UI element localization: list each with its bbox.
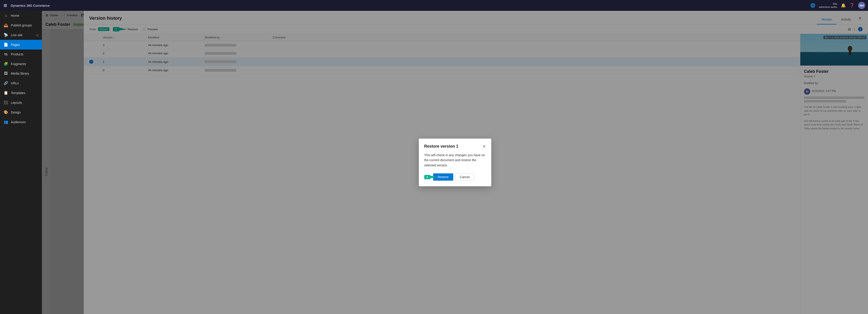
- audiences-icon: 👥: [4, 120, 8, 124]
- sidebar-item-fragments[interactable]: 🧩 Fragments: [0, 59, 42, 69]
- layouts-icon: ⬛: [4, 100, 8, 105]
- design-icon: 🎨: [4, 110, 8, 114]
- sidebar-item-label: URLs: [11, 81, 19, 85]
- avatar[interactable]: NH: [858, 2, 865, 9]
- site-label: Site adventure works: [819, 2, 837, 9]
- annotation-2: 2: [424, 175, 430, 179]
- media-icon: 🖼: [4, 71, 8, 75]
- sidebar-item-label: Templates: [11, 91, 25, 95]
- topbar: ⊞ Dynamics 365 Commerce 🌐 Site adventure…: [0, 0, 868, 11]
- help-icon[interactable]: ❓: [849, 3, 855, 8]
- main-layout: ⌂ Home 📤 Publish groups 📡 Live site ◁ 📄 …: [0, 11, 868, 314]
- home-icon: ⌂: [4, 13, 8, 18]
- pages-icon: 📄: [4, 42, 8, 47]
- sidebar-item-pages[interactable]: 📄 Pages: [0, 40, 42, 49]
- sidebar-item-layouts[interactable]: ⬛ Layouts: [0, 98, 42, 107]
- globe-icon[interactable]: 🌐: [810, 3, 815, 8]
- waffle-icon[interactable]: ⊞: [3, 2, 8, 9]
- modal-close-button[interactable]: ✕: [483, 144, 486, 149]
- live-site-icon: 📡: [4, 33, 8, 37]
- sidebar-item-label: Pages: [11, 43, 20, 46]
- products-icon: 🛍: [4, 52, 8, 56]
- content-area: 🗑 Delete 📄 Preview 💾 Save Caleb Foster P…: [42, 11, 868, 314]
- templates-icon: 📋: [4, 91, 8, 95]
- sidebar: ⌂ Home 📤 Publish groups 📡 Live site ◁ 📄 …: [0, 11, 42, 314]
- modal-body: This will check in any changes you have …: [424, 152, 486, 168]
- sidebar-item-label: Products: [11, 53, 23, 56]
- bell-icon[interactable]: 🔔: [841, 3, 846, 8]
- sidebar-item-label: Publish groups: [11, 24, 32, 27]
- modal-header: Restore version 1 ✕: [424, 144, 486, 149]
- urls-icon: 🔗: [4, 81, 8, 85]
- publish-icon: 📤: [4, 23, 8, 27]
- modal-cancel-button[interactable]: Cancel: [455, 173, 474, 181]
- sidebar-item-label: Media library: [11, 72, 29, 75]
- sidebar-item-media-library[interactable]: 🖼 Media library: [0, 69, 42, 78]
- sidebar-item-label: Layouts: [11, 101, 22, 104]
- sidebar-item-products[interactable]: 🛍 Products: [0, 49, 42, 59]
- sidebar-item-design[interactable]: 🎨 Design: [0, 107, 42, 117]
- sidebar-item-urls[interactable]: 🔗 URLs: [0, 78, 42, 88]
- sidebar-item-label: Design: [11, 110, 21, 114]
- sidebar-item-audiences[interactable]: 👥 Audiences: [0, 117, 42, 127]
- sidebar-item-label: Live site: [11, 33, 23, 37]
- sidebar-item-home[interactable]: ⌂ Home: [0, 11, 42, 20]
- modal-footer: 2 Restore Cancel: [424, 173, 486, 181]
- topbar-right: 🌐 Site adventure works 🔔 ❓ NH: [810, 2, 865, 9]
- site-info: Site adventure works: [819, 2, 837, 9]
- fragments-icon: 🧩: [4, 62, 8, 66]
- svg-marker-5: [430, 176, 437, 178]
- sidebar-item-label: Home: [11, 14, 19, 18]
- sidebar-item-label: Fragments: [11, 62, 26, 66]
- sidebar-item-templates[interactable]: 📋 Templates: [0, 88, 42, 98]
- sidebar-item-label: Audiences: [11, 120, 26, 124]
- modal-title: Restore version 1: [424, 144, 459, 149]
- modal-overlay: Restore version 1 ✕ This will check in a…: [42, 11, 868, 314]
- sidebar-item-live-site[interactable]: 📡 Live site ◁: [0, 30, 42, 40]
- restore-modal: Restore version 1 ✕ This will check in a…: [419, 139, 491, 186]
- sidebar-item-publish-groups[interactable]: 📤 Publish groups: [0, 20, 42, 30]
- app-title: Dynamics 365 Commerce: [11, 4, 50, 7]
